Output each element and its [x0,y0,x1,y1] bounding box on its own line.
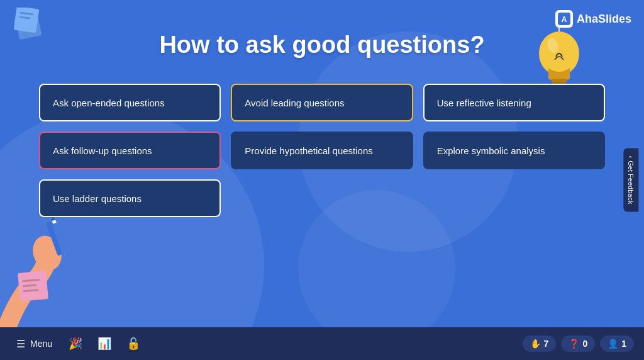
answer-btn-7[interactable]: Use ladder questions [39,179,221,217]
menu-button[interactable]: ☰ Menu [10,334,58,354]
bottom-icons: 🎉 📊 🔓 [64,333,145,354]
answer-btn-3[interactable]: Use reflective listening [423,84,605,121]
page-title: How to ask good questions? [38,31,606,59]
user-count: 1 [621,339,626,349]
answer-label-2: Avoid leading questions [245,98,344,108]
confetti-icon: 🎉 [69,337,82,351]
feedback-label: Get Feedback [628,160,635,204]
bottom-bar: ☰ Menu 🎉 📊 🔓 ✋ 7 ❓ 0 👤 1 [0,327,644,360]
user-icon: 👤 [608,339,618,349]
answer-label-5: Provide hypothetical questions [245,145,372,156]
feedback-tab[interactable]: ‹ Get Feedback [624,149,639,212]
answer-label-3: Use reflective listening [437,98,531,108]
answer-btn-5[interactable]: Provide hypothetical questions [231,132,413,169]
menu-label: Menu [30,339,52,349]
answer-label-7: Use ladder questions [53,193,142,204]
bottom-right-stats: ✋ 7 ❓ 0 👤 1 [523,335,634,352]
question-stat: ❓ 0 [561,335,595,352]
confetti-button[interactable]: 🎉 [64,333,87,354]
answer-label-4: Ask follow-up questions [53,145,152,156]
chart-button[interactable]: 📊 [92,333,116,354]
main-content: How to ask good questions? Ask open-ende… [0,0,644,217]
raise-hand-icon: ✋ [530,339,541,349]
answer-btn-2[interactable]: Avoid leading questions [231,84,413,121]
raise-hand-count: 7 [544,339,549,349]
question-icon: ❓ [569,339,579,349]
answer-btn-1[interactable]: Ask open-ended questions [39,84,221,121]
answer-btn-4[interactable]: Ask follow-up questions [39,132,221,169]
lock-button[interactable]: 🔓 [121,333,145,354]
chart-icon: 📊 [97,337,111,351]
hamburger-icon: ☰ [16,338,25,350]
raise-hand-stat: ✋ 7 [523,335,557,352]
lock-icon: 🔓 [126,337,140,351]
answer-btn-6[interactable]: Explore symbolic analysis [423,132,605,169]
answers-grid: Ask open-ended questions Avoid leading q… [39,84,605,217]
answer-label-1: Ask open-ended questions [53,98,165,108]
feedback-arrow: ‹ [628,156,635,159]
user-stat: 👤 1 [600,335,634,352]
answer-label-6: Explore symbolic analysis [437,145,545,156]
question-count: 0 [582,339,587,349]
